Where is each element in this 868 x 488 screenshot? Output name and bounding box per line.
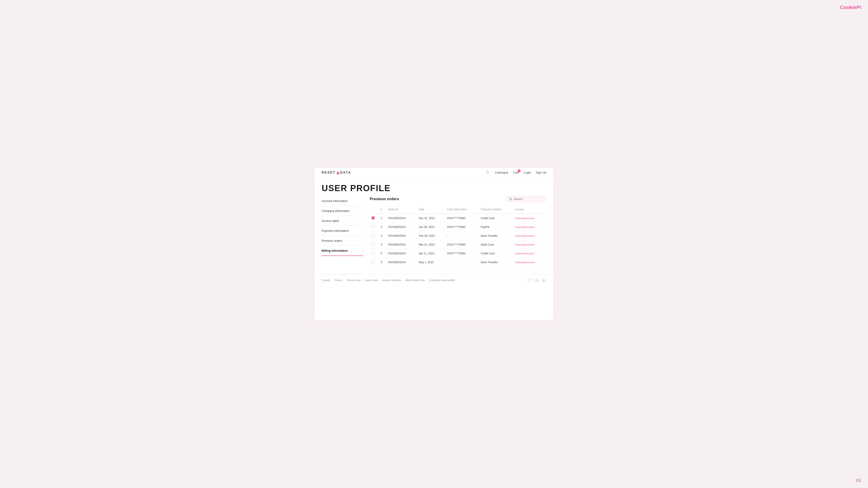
row-checkbox-3[interactable]: [372, 234, 375, 237]
row-cell-3-0: 3: [379, 232, 386, 240]
row-cell-4-1: FGHJIER25HJ: [386, 240, 417, 249]
sidebar-item-billing-information[interactable]: Billing Information ›: [322, 246, 364, 256]
row-cell-1-2: Dec 31, 2022: [417, 214, 445, 223]
download-invoice-3[interactable]: Download invoice: [515, 234, 535, 237]
col-checkbox: [370, 206, 379, 214]
catalogue-icon: 🗒: [486, 171, 489, 174]
col-card: Card information: [445, 206, 479, 214]
row-cell-3-2: Feb 29, 2023: [417, 232, 445, 240]
footer-link-corporate[interactable]: Corporate responsibility: [429, 279, 455, 282]
sidebar-item-previous-orders[interactable]: Previous orders ›: [322, 236, 364, 246]
row-cell-5-0: 5: [379, 249, 386, 258]
row-cell-4-2: Mar 31, 2023: [417, 240, 445, 249]
sidebar-label-previous-orders: Previous orders: [322, 239, 342, 242]
cookiepi-logo: CookiePi: [840, 4, 861, 10]
row-checkbox-6[interactable]: [372, 260, 375, 263]
login-link[interactable]: Login: [524, 171, 531, 174]
row-cell-6-0: 6: [379, 258, 386, 267]
facebook-icon[interactable]: f: [527, 278, 532, 283]
footer: Contact Privacy Terms of use Latest news…: [314, 274, 554, 286]
download-invoice-4[interactable]: Download invoice: [515, 243, 535, 246]
instagram-icon[interactable]: ◯: [535, 278, 539, 283]
chevron-right-icon: ›: [363, 239, 364, 242]
row-cell-2-3: VISA******6583: [445, 223, 479, 232]
row-cell-5-2: Apr 11, 2023: [417, 249, 445, 258]
sidebar-label-access-rights: Access rights: [322, 219, 339, 223]
row-checkbox-1[interactable]: [372, 217, 375, 219]
cart-wrapper[interactable]: Cart 0: [513, 171, 519, 174]
col-date: Date: [417, 206, 445, 214]
logo-triangle-icon: [336, 171, 340, 174]
table-row: 5FGHJIER25HJApr 11, 2023VISA******6583Cr…: [370, 249, 546, 258]
search-box[interactable]: 🔍: [506, 196, 546, 202]
row-cell-1-0: 1: [379, 214, 386, 223]
row-cell-1-1: FGHJIER25HJ: [386, 214, 417, 223]
row-cell-1-4: Credit Card: [479, 214, 513, 223]
sidebar-item-access-rights[interactable]: Access rights ›: [322, 216, 364, 226]
main-container: RESET DATA 🗒 Catalogue Cart 0 Login Sign…: [314, 167, 554, 321]
search-icon: 🔍: [509, 197, 513, 201]
footer-links: Contact Privacy Terms of use Latest news…: [322, 279, 455, 282]
content-area: Account information › Company informatio…: [314, 196, 554, 274]
page-title: USER PROFILE: [322, 184, 546, 193]
row-cell-4-3: VISA******6583: [445, 240, 479, 249]
col-order-id: Order ID: [386, 206, 417, 214]
orders-table: # Order ID Date Card information Payment…: [370, 206, 546, 267]
row-cell-6-4: Bank Transfer: [479, 258, 513, 267]
main-content: Previous orders 🔍 # Order ID Date Card i…: [370, 196, 546, 267]
row-cell-6-3: -: [445, 258, 479, 267]
navbar: RESET DATA 🗒 Catalogue Cart 0 Login Sign…: [314, 167, 554, 177]
download-invoice-6[interactable]: Download invoice: [515, 261, 535, 264]
row-cell-6-2: May 1, 2023: [417, 258, 445, 267]
sidebar-label-company-information: Company information: [322, 209, 350, 213]
row-checkbox-2[interactable]: [372, 225, 375, 228]
row-cell-3-1: FGHJIER25HJ: [386, 232, 417, 240]
footer-link-terms[interactable]: Terms of use: [346, 279, 361, 282]
row-cell-2-4: PayPal: [479, 223, 513, 232]
row-cell-2-0: 2: [379, 223, 386, 232]
chevron-right-icon: ›: [363, 230, 364, 232]
row-cell-5-3: VISA******6583: [445, 249, 479, 258]
sidebar: Account information › Company informatio…: [322, 196, 364, 267]
row-cell-5-1: FGHJIER25HJ: [386, 249, 417, 258]
section-title: Previous orders: [370, 197, 399, 201]
download-invoice-5[interactable]: Download invoice: [515, 252, 535, 255]
logo-text-data: DATA: [340, 170, 351, 174]
col-payment: Payment method: [479, 206, 513, 214]
table-row: 1FGHJIER25HJDec 31, 2022VISA******6583Cr…: [370, 214, 546, 223]
signup-link[interactable]: Sign Up: [536, 171, 546, 174]
linkedin-icon[interactable]: in: [542, 278, 546, 283]
row-cell-2-1: FGHJIER25HJ: [386, 223, 417, 232]
download-invoice-1[interactable]: Download invoice: [515, 217, 535, 220]
row-cell-4-4: Debit Card: [479, 240, 513, 249]
row-checkbox-4[interactable]: [372, 243, 375, 246]
download-invoice-2[interactable]: Download invoice: [515, 226, 535, 228]
chevron-right-icon: ›: [363, 220, 364, 222]
table-row: 6FGHJIER25HJMay 1, 2023-Bank TransferDow…: [370, 258, 546, 267]
nav-links: 🗒 Catalogue Cart 0 Login Sign Up: [486, 171, 546, 174]
page-number: 06: [856, 478, 861, 484]
col-invoice: Invoice: [513, 206, 546, 214]
search-input[interactable]: [514, 197, 541, 201]
footer-link-contact[interactable]: Contact: [322, 279, 330, 282]
sidebar-label-payment-information: Payment information: [322, 229, 348, 232]
row-cell-2-2: Jan 30, 2023: [417, 223, 445, 232]
row-cell-4-0: 4: [379, 240, 386, 249]
row-cell-3-3: -: [445, 232, 479, 240]
row-cell-3-4: Bank Transfer: [479, 232, 513, 240]
footer-link-about[interactable]: About Reset Data: [405, 279, 425, 282]
logo[interactable]: RESET DATA: [322, 170, 351, 174]
section-header: Previous orders 🔍: [370, 196, 546, 202]
footer-link-privacy[interactable]: Privacy: [334, 279, 342, 282]
footer-link-investor[interactable]: Investor relations: [382, 279, 401, 282]
col-num: #: [379, 206, 386, 214]
footer-link-news[interactable]: Latest news: [365, 279, 378, 282]
catalogue-link[interactable]: Catalogue: [495, 171, 508, 174]
sidebar-item-company-information[interactable]: Company information ›: [322, 206, 364, 216]
page-title-area: USER PROFILE: [314, 177, 554, 196]
table-row: 4FGHJIER25HJMar 31, 2023VISA******6583De…: [370, 240, 546, 249]
sidebar-item-account-information[interactable]: Account information ›: [322, 196, 364, 206]
row-checkbox-5[interactable]: [372, 252, 375, 255]
footer-socials: f ◯ in: [527, 278, 546, 283]
sidebar-item-payment-information[interactable]: Payment information ›: [322, 226, 364, 236]
